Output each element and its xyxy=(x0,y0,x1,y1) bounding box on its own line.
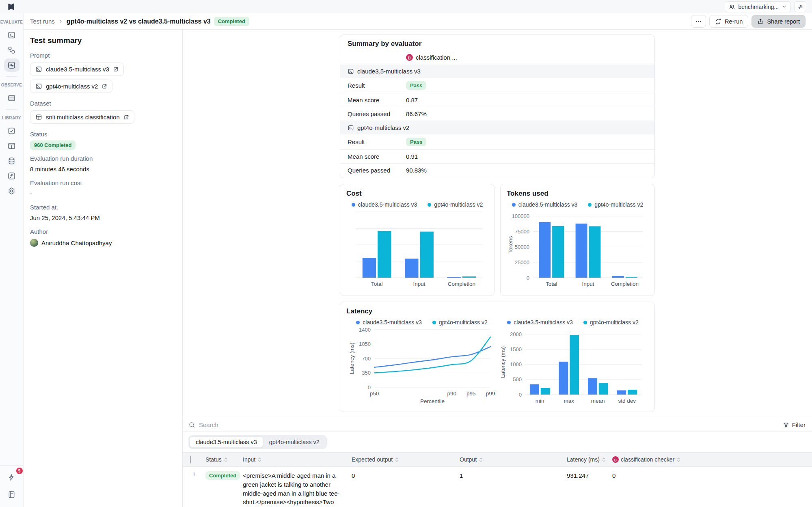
header-expected-output[interactable]: Expected output xyxy=(352,456,460,463)
topbar-actions: benchmarking... xyxy=(725,1,806,12)
chart-legend: claude3.5-multiclass v3gpt4o-multiclass … xyxy=(346,201,488,208)
evaluator-section-gpt4o: gpt4o-multiclass v2 xyxy=(340,121,654,134)
queries-passed-value: 86.67% xyxy=(404,110,647,117)
sort-icon xyxy=(676,457,681,462)
header-status[interactable]: Status xyxy=(205,456,243,463)
chevron-right-icon xyxy=(58,19,63,24)
app-logo[interactable] xyxy=(6,2,16,12)
tab-claude[interactable]: claude3.5-multiclass v3 xyxy=(190,436,263,448)
more-horizontal-icon xyxy=(695,18,702,25)
sidebar-item-workflows[interactable] xyxy=(4,43,19,57)
sidebar-item-notifications[interactable]: 5 xyxy=(4,470,19,484)
svg-text:75000: 75000 xyxy=(515,229,529,235)
chart-legend: claude3.5-multiclass v3gpt4o-multiclass … xyxy=(507,201,648,208)
status-label: Status xyxy=(30,131,176,138)
legend-item: claude3.5-multiclass v3 xyxy=(352,201,417,208)
filter-label: Filter xyxy=(792,421,806,428)
sidebar-item-prompts[interactable] xyxy=(4,28,19,42)
sort-icon xyxy=(602,457,606,462)
svg-text:350: 350 xyxy=(362,370,371,376)
prompt-chip-gpt4o[interactable]: gpt4o-multiclass v2 xyxy=(30,80,112,93)
svg-text:Input: Input xyxy=(582,281,594,287)
sidebar-item-datasets[interactable] xyxy=(4,139,19,153)
sidebar-item-docs[interactable] xyxy=(4,488,19,501)
table-icon xyxy=(7,142,16,150)
function-icon xyxy=(7,172,16,180)
table-row[interactable]: 1 Completed <premise>A middle-aged man i… xyxy=(183,467,812,507)
svg-text:1000: 1000 xyxy=(510,361,522,367)
test-summary-panel: Test summary Prompt claude3.5-multiclass… xyxy=(24,30,183,507)
checkbox-icon xyxy=(7,127,16,135)
search-input[interactable] xyxy=(199,421,361,428)
row-checker-score: 0 xyxy=(612,467,812,484)
select-all-checkbox[interactable] xyxy=(190,456,191,464)
svg-text:0: 0 xyxy=(527,275,529,281)
svg-text:p99: p99 xyxy=(486,390,495,397)
sidebar-item-test-runs[interactable] xyxy=(4,58,19,72)
header-latency[interactable]: Latency (ms) xyxy=(567,456,612,463)
svg-text:100000: 100000 xyxy=(512,213,529,219)
refresh-icon xyxy=(715,18,721,25)
legend-dot xyxy=(512,203,516,207)
row-label: Result xyxy=(348,82,404,89)
prompt-chip-claude[interactable]: claude3.5-multiclass v3 xyxy=(30,63,124,76)
cost-chart: TotalInputCompletion xyxy=(347,209,488,289)
svg-text:Tokens: Tokens xyxy=(508,236,514,253)
evaluator-card-title: Summary by evaluator xyxy=(340,40,654,48)
settings-nut-icon xyxy=(7,187,16,195)
latency-stats-chart: 0500100015002000minmaxmeanstd devLatency… xyxy=(499,326,646,406)
sidebar-item-evaluators[interactable] xyxy=(4,124,19,138)
sidebar-item-logs[interactable] xyxy=(4,91,19,105)
dataset-chip[interactable]: snli multiclass classification xyxy=(30,110,134,124)
sidebar-divider xyxy=(6,76,18,77)
logs-icon xyxy=(7,94,16,102)
rerun-button[interactable]: Re-run xyxy=(709,15,748,28)
evaluator-column-header[interactable]: () classification ... xyxy=(406,54,647,61)
sidebar-item-database[interactable] xyxy=(4,154,19,168)
sidebar-item-functions[interactable] xyxy=(4,169,19,183)
row-label: Result xyxy=(348,138,404,145)
legend-item: gpt4o-multiclass v2 xyxy=(428,201,483,208)
legend-item: claude3.5-multiclass v3 xyxy=(356,319,422,326)
tokens-chart: 0250005000075000100000TotalInputCompleti… xyxy=(507,209,648,289)
breadcrumb-bar: Test runs gpt4o-multiclass v2 vs claude3… xyxy=(24,13,812,30)
terminal-icon xyxy=(348,68,354,75)
notification-badge: 5 xyxy=(16,468,23,474)
header-output[interactable]: Output xyxy=(460,456,567,463)
share-report-button[interactable]: Share report xyxy=(752,15,806,28)
svg-text:Input: Input xyxy=(413,281,425,287)
cost-label: Evaluation run cost xyxy=(30,179,176,186)
preferences-button[interactable] xyxy=(794,1,806,12)
dataset-label: Dataset xyxy=(30,100,176,107)
sort-icon xyxy=(479,457,483,462)
filter-button[interactable]: Filter xyxy=(783,421,806,428)
external-link-icon[interactable] xyxy=(113,67,119,72)
results-section: Filter claude3.5-multiclass v3 gpt4o-mul… xyxy=(183,418,812,507)
external-link-icon[interactable] xyxy=(123,114,129,120)
model-tabs: claude3.5-multiclass v3 gpt4o-multiclass… xyxy=(183,432,812,452)
workspace-selector[interactable]: benchmarking... xyxy=(725,1,791,12)
breadcrumb-test-runs[interactable]: Test runs xyxy=(30,18,55,25)
more-actions-button[interactable] xyxy=(691,15,706,28)
row-latency: 931.247 xyxy=(567,467,612,484)
model-name: gpt4o-multiclass v2 xyxy=(357,124,409,131)
row-label: Queries passed xyxy=(348,110,404,117)
people-icon xyxy=(729,4,735,10)
queries-passed-row: Queries passed 90.83% xyxy=(340,164,654,177)
sidebar-item-settings[interactable] xyxy=(4,184,19,198)
tab-gpt4o[interactable]: gpt4o-multiclass v2 xyxy=(263,436,326,448)
svg-text:Completion: Completion xyxy=(611,281,639,287)
row-label: Mean score xyxy=(348,97,404,104)
svg-text:2000: 2000 xyxy=(510,331,522,337)
svg-text:Completion: Completion xyxy=(448,281,475,287)
svg-text:0: 0 xyxy=(368,384,371,390)
external-link-icon[interactable] xyxy=(102,84,107,89)
tokens-used-card: Tokens used claude3.5-multiclass v3gpt4o… xyxy=(500,184,655,296)
prompt-chip-label: claude3.5-multiclass v3 xyxy=(46,66,109,73)
header-classification-checker[interactable]: () classification checker xyxy=(612,456,812,463)
header-input[interactable]: Input xyxy=(243,456,352,463)
legend-dot xyxy=(588,203,592,207)
mean-score-row: Mean score 0.87 xyxy=(340,93,654,107)
svg-text:1500: 1500 xyxy=(510,346,522,352)
mean-score-value: 0.87 xyxy=(404,97,647,104)
